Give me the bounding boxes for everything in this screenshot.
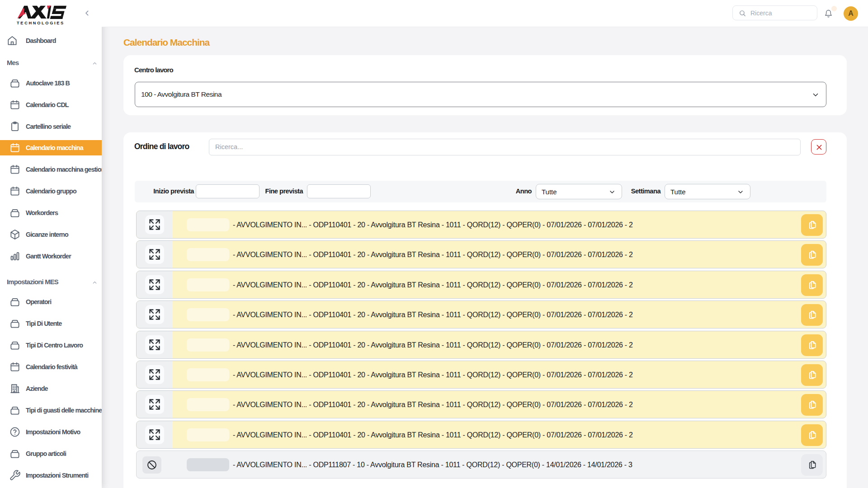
svg-text:TECHNOLOGIES: TECHNOLOGIES [17, 21, 65, 25]
